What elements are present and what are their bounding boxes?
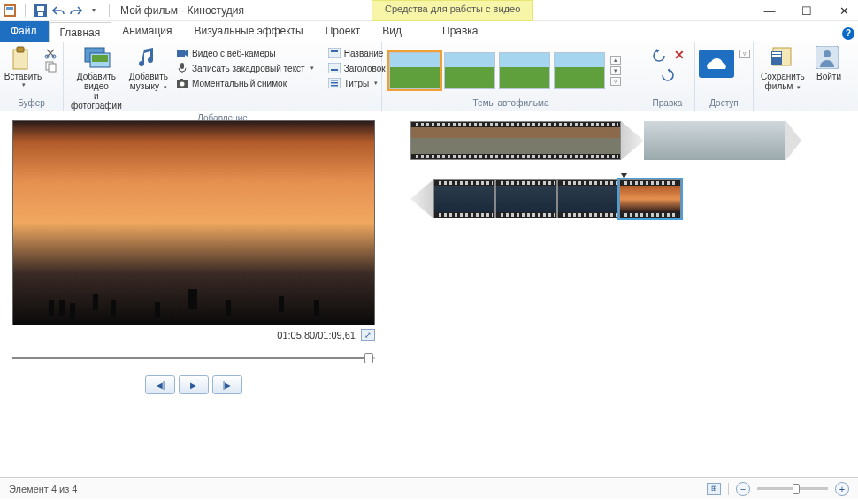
undo-icon[interactable] (52, 4, 65, 17)
close-button[interactable]: ✕ (833, 4, 854, 18)
preview-pane: 01:05,80/01:09,61 ⤢ ◀| ▶ |▶ (0, 111, 407, 477)
timeline-clip[interactable] (495, 179, 557, 218)
zoom-in-button[interactable]: + (835, 482, 849, 496)
theme-thumb[interactable] (499, 52, 550, 89)
play-button[interactable]: ▶ (179, 375, 209, 394)
seek-thumb[interactable] (364, 353, 373, 363)
webcam-button[interactable]: Видео с веб-камеры (173, 46, 317, 60)
playhead[interactable] (624, 177, 624, 221)
rotate-left-icon[interactable] (651, 48, 667, 62)
svg-rect-25 (331, 80, 338, 81)
signin-button[interactable]: Войти (812, 44, 846, 83)
onedrive-icon[interactable] (699, 50, 734, 78)
app-icon (4, 4, 16, 17)
zoom-thumb[interactable] (793, 484, 800, 494)
save-icon[interactable] (34, 4, 47, 17)
group-buffer-label: Буфер (5, 97, 57, 109)
fullscreen-icon[interactable]: ⤢ (361, 329, 375, 341)
title-button[interactable]: Название (326, 46, 388, 60)
help-icon[interactable]: ? (842, 27, 854, 40)
webcam-label: Видео с веб-камеры (192, 49, 276, 58)
workspace: 01:05,80/01:09,61 ⤢ ◀| ▶ |▶ (0, 111, 858, 477)
snapshot-button[interactable]: Моментальный снимок (173, 76, 317, 90)
prev-frame-button[interactable]: ◀| (145, 375, 175, 394)
tab-project[interactable]: Проект (315, 21, 372, 42)
timeline-clip[interactable] (644, 121, 785, 160)
next-frame-button[interactable]: |▶ (212, 375, 242, 394)
thumbnail-size-icon[interactable]: ⊞ (707, 483, 721, 495)
rotate-right-icon[interactable] (660, 67, 676, 81)
svg-rect-22 (328, 63, 341, 73)
transition-icon[interactable] (410, 179, 433, 218)
qat-dropdown-icon[interactable]: ▾ (88, 4, 100, 17)
theme-thumb[interactable] (554, 52, 605, 89)
svg-rect-15 (177, 50, 185, 57)
add-video-button[interactable]: Добавить видео и фотографии (69, 44, 124, 112)
tab-visual-effects[interactable]: Визуальные эффекты (184, 21, 315, 42)
maximize-button[interactable]: ☐ (796, 4, 817, 18)
timeline-clip-selected[interactable] (619, 179, 681, 218)
video-preview[interactable] (12, 120, 375, 325)
add-video-label2: и фотографии (71, 91, 122, 111)
paste-button[interactable]: Вставить ▾ (5, 44, 41, 90)
seek-bar[interactable] (12, 350, 375, 366)
theme-scroll-up-icon[interactable]: ▴ (610, 56, 621, 65)
signin-label: Войти (816, 72, 841, 81)
narrate-button[interactable]: Записать закадровый текст▾ (173, 61, 317, 75)
credits-label: Титры (344, 79, 370, 88)
zoom-out-button[interactable]: − (736, 482, 750, 496)
timeline-track[interactable] (410, 120, 846, 161)
svg-rect-27 (331, 85, 338, 87)
title-icon (328, 47, 341, 59)
svg-rect-14 (92, 55, 108, 62)
svg-rect-19 (180, 79, 183, 81)
share-expand-icon[interactable]: ▿ (739, 50, 750, 58)
add-video-label1: Добавить видео (71, 72, 122, 91)
timeline-clip[interactable] (410, 121, 621, 160)
theme-scroll-down-icon[interactable]: ▾ (610, 66, 621, 75)
save-movie-button[interactable]: Сохранить фильм ▾ (759, 44, 807, 94)
timeline-pane (407, 111, 858, 477)
zoom-slider[interactable] (757, 487, 828, 490)
window-title: Мой фильм - Киностудия (120, 4, 244, 17)
mic-icon (176, 62, 188, 74)
tab-file[interactable]: Файл (0, 21, 49, 42)
timeline-clip[interactable] (557, 179, 619, 218)
status-text: Элемент 4 из 4 (9, 484, 77, 494)
group-themes-label: Темы автофильма (387, 97, 634, 109)
time-display: 01:05,80/01:09,61 (277, 330, 356, 340)
statusbar: Элемент 4 из 4 ⊞ − + (0, 477, 858, 499)
svg-point-18 (180, 82, 184, 87)
svg-rect-26 (331, 82, 338, 84)
theme-expand-icon[interactable]: ▿ (610, 77, 621, 86)
svg-rect-23 (331, 69, 338, 71)
add-music-label1: Добавить (129, 72, 168, 81)
caption-button[interactable]: Заголовок (326, 61, 388, 75)
svg-rect-32 (772, 55, 781, 57)
minimize-button[interactable]: — (759, 4, 780, 18)
svg-rect-7 (17, 47, 24, 52)
add-music-label2: музыку (130, 81, 159, 91)
save-movie-label1: Сохранить (761, 72, 805, 81)
add-music-button[interactable]: Добавить музыку ▾ (127, 44, 170, 94)
delete-icon[interactable]: ✕ (674, 48, 685, 62)
snapshot-label: Моментальный снимок (192, 79, 287, 88)
tab-view[interactable]: Вид (372, 21, 413, 42)
timeline-clip[interactable] (433, 179, 495, 218)
credits-button[interactable]: Титры▾ (326, 76, 388, 90)
timeline-track[interactable] (410, 179, 846, 219)
redo-icon[interactable] (70, 4, 82, 17)
tab-edit[interactable]: Правка (432, 21, 490, 41)
paste-label: Вставить (4, 72, 42, 81)
svg-rect-21 (331, 50, 338, 52)
ribbon-tabs: Файл Главная Анимация Визуальные эффекты… (0, 21, 858, 42)
tab-animation[interactable]: Анимация (111, 21, 183, 42)
theme-thumb[interactable] (389, 52, 440, 89)
titlebar: ▾ Мой фильм - Киностудия Средства для ра… (0, 0, 858, 21)
tab-home[interactable]: Главная (49, 22, 112, 42)
copy-icon[interactable] (44, 60, 57, 73)
cut-icon[interactable] (44, 47, 57, 59)
transition-icon[interactable] (621, 121, 644, 160)
theme-thumb[interactable] (444, 52, 495, 89)
svg-rect-31 (772, 52, 781, 54)
